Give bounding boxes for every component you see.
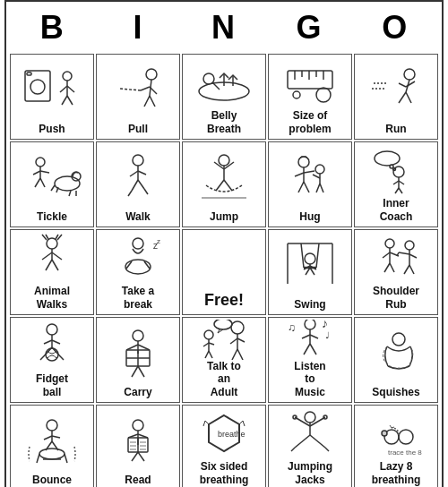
svg-line-33 xyxy=(399,92,406,103)
svg-line-67 xyxy=(295,173,304,176)
bingo-cell-size-problem[interactable]: Size ofproblem xyxy=(268,54,352,140)
svg-line-45 xyxy=(51,185,55,191)
bingo-cell-take-break[interactable]: z z Take abreak xyxy=(96,229,180,315)
cell-icon-lazy-eight: trace the 8 xyxy=(357,407,435,460)
svg-point-70 xyxy=(315,165,324,174)
bingo-cell-tickle[interactable]: Tickle xyxy=(10,141,94,227)
svg-point-102 xyxy=(305,253,315,264)
svg-line-40 xyxy=(40,171,49,173)
bingo-cell-run[interactable]: Run xyxy=(354,54,438,140)
svg-line-116 xyxy=(399,252,409,254)
svg-point-91 xyxy=(125,260,151,274)
svg-line-189 xyxy=(310,435,325,448)
cell-label-shoulder-rub: ShoulderRub xyxy=(373,285,419,311)
svg-line-137 xyxy=(203,343,209,346)
svg-line-77 xyxy=(393,181,399,184)
bingo-cell-shoulder-rub[interactable]: ShoulderRub xyxy=(354,229,438,315)
bingo-cell-animal-walks[interactable]: AnimalWalks xyxy=(10,229,94,315)
bingo-cell-inner-coach[interactable]: InnerCoach xyxy=(354,141,438,227)
cell-icon-inner-coach xyxy=(357,144,435,197)
bingo-cell-carry[interactable]: Carry xyxy=(96,317,180,403)
svg-line-165 xyxy=(37,454,39,463)
cell-label-squishes: Squishes xyxy=(372,386,419,398)
cell-label-six-sided: Six sidedbreathing xyxy=(200,460,249,486)
cell-icon-swing xyxy=(271,232,349,298)
svg-line-151 xyxy=(310,335,318,338)
svg-line-72 xyxy=(313,175,320,178)
svg-line-74 xyxy=(320,184,323,192)
svg-line-143 xyxy=(230,338,237,344)
bingo-cell-hug[interactable]: Hug xyxy=(268,141,352,227)
cell-label-walk: Walk xyxy=(125,210,151,223)
svg-point-108 xyxy=(385,239,394,248)
bingo-cell-jumping-jacks[interactable]: JumpingJacks xyxy=(268,405,352,487)
letter-i: I xyxy=(96,5,182,50)
svg-line-73 xyxy=(316,184,320,192)
cell-icon-pull xyxy=(99,56,177,123)
svg-point-148 xyxy=(305,320,315,329)
svg-line-52 xyxy=(138,171,146,175)
svg-line-161 xyxy=(52,436,60,438)
svg-line-129 xyxy=(138,345,150,350)
svg-line-133 xyxy=(132,366,138,377)
svg-line-8 xyxy=(67,96,73,105)
bingo-cell-push[interactable]: Push xyxy=(10,54,94,140)
cell-icon-hug xyxy=(271,144,349,210)
bingo-cell-six-sided[interactable]: breathe Six sidedbreathing xyxy=(182,405,266,487)
bingo-cell-talk-adult[interactable]: Talk toanAdult xyxy=(182,317,266,403)
bingo-cell-jump[interactable]: Jump xyxy=(182,141,266,227)
cell-icon-fidget-ball xyxy=(13,320,91,372)
svg-line-62 xyxy=(224,180,232,191)
svg-line-66 xyxy=(304,171,314,173)
svg-line-89 xyxy=(52,260,58,270)
cell-label-listen-music: ListentoMusic xyxy=(294,360,325,398)
svg-line-188 xyxy=(295,435,310,448)
svg-line-144 xyxy=(237,338,245,342)
svg-line-166 xyxy=(65,454,67,463)
svg-line-80 xyxy=(399,188,402,193)
svg-line-110 xyxy=(383,252,390,258)
bingo-header: B I N G O xyxy=(10,5,438,50)
bingo-cell-read[interactable]: Read xyxy=(96,405,180,487)
svg-line-56 xyxy=(144,189,148,194)
svg-line-152 xyxy=(304,344,310,355)
svg-line-86 xyxy=(42,252,52,260)
bingo-cell-free[interactable]: Free! xyxy=(182,229,266,315)
bingo-cell-squishes[interactable]: Squishes xyxy=(354,317,438,403)
svg-point-81 xyxy=(375,151,400,166)
svg-line-5 xyxy=(60,86,67,92)
bingo-cell-bounce[interactable]: Bounce xyxy=(10,405,94,487)
svg-point-27 xyxy=(293,91,300,98)
cell-icon-shoulder-rub xyxy=(357,232,435,285)
svg-text:♩: ♩ xyxy=(325,330,330,340)
bingo-cell-pull[interactable]: Pull xyxy=(96,54,180,140)
svg-line-6 xyxy=(67,86,74,92)
cell-label-lazy-eight: Lazy 8breathing xyxy=(372,460,421,486)
svg-text:♪: ♪ xyxy=(322,320,328,330)
bingo-cell-lazy-eight[interactable]: trace the 8 Lazy 8breathing xyxy=(354,405,438,487)
cell-label-jump: Jump xyxy=(210,210,238,223)
bingo-grid: Push Pull BellyBreath xyxy=(10,54,438,487)
bingo-cell-fidget-ball[interactable]: Fidgetball xyxy=(10,317,94,403)
bingo-cell-belly-breath[interactable]: BellyBreath xyxy=(182,54,266,140)
bingo-card: B I N G O Push Pull xyxy=(4,0,444,487)
cell-label-push: Push xyxy=(39,123,65,135)
svg-point-82 xyxy=(390,165,393,168)
svg-line-69 xyxy=(304,182,309,192)
cell-label-read: Read xyxy=(125,474,151,486)
cell-icon-listen-music: ♪ ♫ ♩ xyxy=(271,320,349,360)
cell-label-inner-coach: InnerCoach xyxy=(380,197,413,223)
letter-o: O xyxy=(352,5,438,50)
svg-line-138 xyxy=(209,343,214,345)
cell-label-animal-walks: AnimalWalks xyxy=(34,285,70,311)
svg-text:breathe: breathe xyxy=(218,430,246,439)
bingo-cell-walk[interactable]: Walk xyxy=(96,141,180,227)
cell-icon-jump xyxy=(185,144,263,210)
svg-point-195 xyxy=(399,430,413,444)
svg-line-123 xyxy=(44,340,52,344)
cell-icon-six-sided: breathe xyxy=(185,407,263,460)
letter-n: N xyxy=(181,5,267,50)
bingo-cell-listen-music[interactable]: ♪ ♫ ♩ ListentoMusic xyxy=(268,317,352,403)
bingo-cell-swing[interactable]: Swing xyxy=(268,229,352,315)
cell-icon-free xyxy=(185,232,263,291)
